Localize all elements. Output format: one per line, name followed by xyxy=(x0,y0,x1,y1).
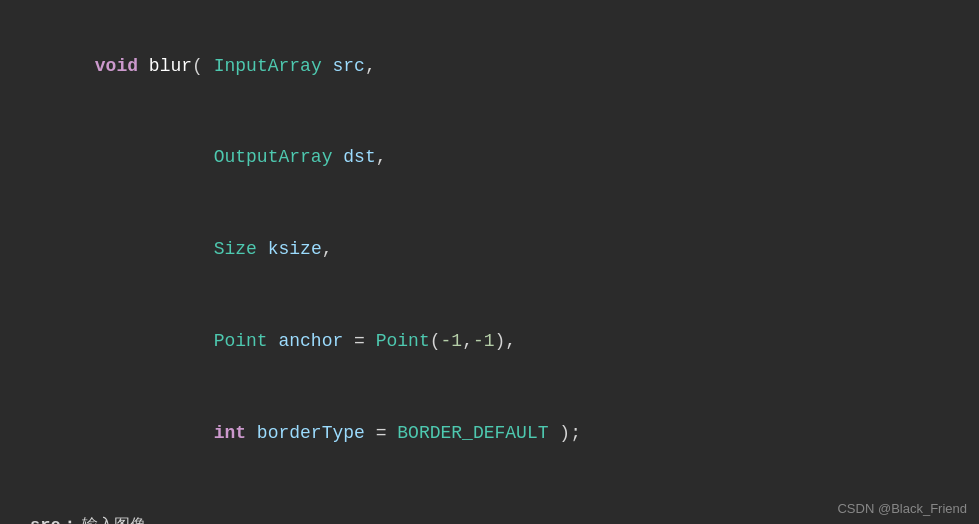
desc-text-src: 输入图像 xyxy=(82,509,146,524)
param-src: src xyxy=(333,56,365,76)
code-block: void blur( InputArray src, OutputArray d… xyxy=(30,20,949,479)
type-size: Size xyxy=(214,239,257,259)
type-point: Point xyxy=(214,331,268,351)
param-bordertype: borderType xyxy=(257,423,365,443)
type-outputarray: OutputArray xyxy=(214,147,333,167)
watermark: CSDN @Black_Friend xyxy=(837,501,967,516)
keyword-int: int xyxy=(214,423,246,443)
code-line-2: OutputArray dst, xyxy=(30,112,949,204)
param-anchor: anchor xyxy=(278,331,343,351)
param-dst: dst xyxy=(343,147,375,167)
point-constructor: Point xyxy=(376,331,430,351)
code-line-3: Size ksize, xyxy=(30,204,949,296)
num-neg1-1: -1 xyxy=(441,331,463,351)
desc-key-src: src： xyxy=(30,509,78,524)
code-line-1: void blur( InputArray src, xyxy=(30,20,949,112)
param-ksize: ksize xyxy=(268,239,322,259)
num-neg1-2: -1 xyxy=(473,331,495,351)
function-name: blur xyxy=(149,56,192,76)
keyword-void: void xyxy=(95,56,138,76)
code-line-4: Point anchor = Point(-1,-1), xyxy=(30,295,949,387)
description-block: src： 输入图像 dst： 输出图像 ksize： 均值滤波内核的尺寸 anc… xyxy=(30,509,949,524)
type-inputarray: InputArray xyxy=(214,56,322,76)
main-container: void blur( InputArray src, OutputArray d… xyxy=(0,0,979,524)
desc-src: src： 输入图像 xyxy=(30,509,949,524)
code-line-5: int borderType = BORDER_DEFAULT ); xyxy=(30,387,949,479)
border-default-value: BORDER_DEFAULT xyxy=(397,423,548,443)
